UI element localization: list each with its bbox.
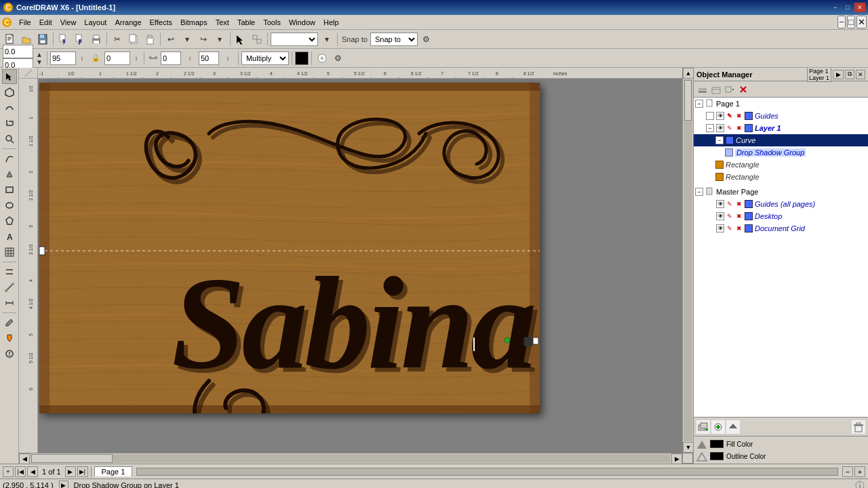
om-master-page[interactable]: − Master Page (694, 186, 868, 198)
width-input[interactable] (50, 52, 76, 65)
menu-window[interactable]: Window (285, 17, 319, 28)
om-layer1[interactable]: − 👁 ✎ ✖ Layer 1 (694, 122, 868, 134)
guides-eye[interactable]: 👁 (716, 112, 724, 120)
page1-tab[interactable]: Page 1 (94, 466, 133, 476)
x-position-input[interactable] (3, 45, 33, 58)
minimize-button[interactable]: − (830, 3, 841, 12)
copy-button[interactable] (126, 32, 141, 47)
tool-crop[interactable] (2, 116, 17, 131)
om-guides[interactable]: · 👁 ✎ ✖ Guides (694, 110, 868, 122)
hscroll-thumb[interactable] (31, 454, 113, 463)
om-page1[interactable]: − Page 1 (694, 98, 868, 110)
menu-effects[interactable]: Effects (146, 17, 176, 28)
layer1-eye[interactable]: 👁 (716, 124, 724, 132)
height-stepper[interactable]: ↕ (132, 51, 141, 66)
blend-mode-select[interactable]: MultiplyNormalScreen (241, 52, 289, 65)
tool-eyedropper[interactable] (2, 315, 17, 330)
zoom-in-btn[interactable]: + (854, 466, 865, 477)
app-restore-button[interactable]: □ (847, 16, 855, 28)
close-button[interactable]: ✕ (854, 3, 865, 12)
panel-tb-layers[interactable] (696, 83, 709, 96)
redo-button[interactable]: ↪ (196, 32, 211, 47)
status-expand-btn[interactable]: ▶ (59, 481, 68, 489)
menu-bitmaps[interactable]: Bitmaps (176, 17, 212, 28)
tool-measure[interactable] (2, 296, 17, 310)
export-button[interactable] (73, 32, 87, 47)
menu-table[interactable]: Table (233, 17, 259, 28)
fill-swatch[interactable] (710, 440, 724, 448)
gap-eye[interactable]: 👁 (716, 200, 724, 208)
opacity-input[interactable] (199, 52, 219, 65)
tool-select[interactable] (2, 69, 17, 84)
print-button[interactable] (89, 32, 104, 47)
panel-tb-add-layer[interactable] (724, 83, 736, 96)
panel-float-btn[interactable]: ⧉ (845, 70, 854, 79)
tool-text[interactable]: A (2, 229, 17, 244)
redo-dropdown[interactable]: ▾ (212, 32, 227, 47)
desktop-eye[interactable]: 👁 (716, 212, 724, 220)
height-input[interactable] (104, 52, 130, 65)
snap-select[interactable]: Snap to (370, 33, 418, 46)
cut-button[interactable]: ✂ (110, 32, 125, 47)
undo-dropdown[interactable]: ▾ (180, 32, 195, 47)
zoom-out-btn[interactable]: − (842, 466, 853, 477)
lock-proportions[interactable]: 🔒 (88, 51, 103, 66)
prev-page-start[interactable]: |◀ (15, 466, 26, 477)
vscroll-thumb[interactable] (684, 80, 692, 121)
zoom-dropdown[interactable]: ▾ (319, 32, 334, 47)
menu-edit[interactable]: Edit (35, 17, 56, 28)
menu-tools[interactable]: Tools (259, 17, 285, 28)
add-page-btn[interactable]: + (3, 466, 14, 477)
tool-smear[interactable] (2, 100, 17, 115)
panel-tb-objects[interactable] (710, 83, 722, 96)
menu-view[interactable]: View (56, 17, 81, 28)
tool-parallel[interactable] (2, 264, 17, 279)
om-rect1[interactable]: Rectangle (694, 159, 868, 171)
zoom-select[interactable]: 109% (271, 33, 318, 46)
color-options[interactable]: ⚙ (331, 51, 346, 66)
om-guides-allpages[interactable]: · 👁 ✎ ✖ Guides (all pages) (694, 198, 868, 210)
om-docgrid[interactable]: · 👁 ✎ ✖ Document Grid (694, 222, 868, 235)
menu-help[interactable]: Help (319, 17, 343, 28)
om-drop-shadow[interactable]: Drop Shadow Group (694, 146, 868, 159)
tool-rectangle[interactable] (2, 182, 17, 197)
tool-interactive[interactable] (2, 346, 17, 361)
color-swatch[interactable] (295, 52, 309, 65)
om-curve[interactable]: − Curve (694, 134, 868, 146)
snap-settings[interactable]: ⚙ (419, 32, 434, 47)
layer1-expand[interactable]: − (706, 124, 714, 132)
hscroll-right[interactable]: ▶ (671, 453, 682, 464)
pbi-delete[interactable] (852, 420, 865, 434)
next-page-end[interactable]: ▶| (77, 466, 88, 477)
panel-close-btn[interactable]: ✕ (856, 70, 865, 79)
tool-table[interactable] (2, 245, 17, 260)
menu-file[interactable]: File (15, 17, 35, 28)
opacity-up[interactable]: ↕ (220, 51, 235, 66)
curve-expand[interactable]: − (715, 136, 724, 144)
save-button[interactable] (35, 32, 50, 47)
undo-button[interactable]: ↩ (163, 32, 178, 47)
group-button[interactable] (250, 32, 264, 47)
hscroll-left[interactable]: ◀ (19, 453, 30, 464)
import-button[interactable] (56, 32, 71, 47)
tool-freehand[interactable] (2, 151, 17, 166)
panel-tb-delete[interactable] (737, 83, 749, 96)
menu-text[interactable]: Text (212, 17, 233, 28)
page1-expand[interactable]: − (695, 100, 703, 108)
om-rect2[interactable]: Rectangle (694, 171, 868, 183)
vscroll-up[interactable]: ▲ (683, 68, 693, 79)
menu-arrange[interactable]: Arrange (111, 17, 145, 28)
next-page-btn[interactable]: ▶ (65, 466, 76, 477)
pbi-new-object[interactable] (711, 420, 725, 434)
color-eyedropper[interactable] (315, 51, 330, 66)
hscrollbar[interactable]: ◀ ▶ (19, 453, 682, 464)
om-desktop[interactable]: · 👁 ✎ ✖ Desktop (694, 210, 868, 222)
maximize-button[interactable]: □ (842, 3, 853, 12)
tool-connector[interactable] (2, 280, 17, 295)
tool-ellipse[interactable] (2, 198, 17, 213)
tool-polygon[interactable] (2, 214, 17, 228)
pbi-new-layer[interactable] (696, 420, 710, 434)
select-button[interactable] (233, 32, 248, 47)
vscrollbar[interactable]: ▲ ▼ (682, 68, 693, 453)
paste-button[interactable] (142, 32, 157, 47)
